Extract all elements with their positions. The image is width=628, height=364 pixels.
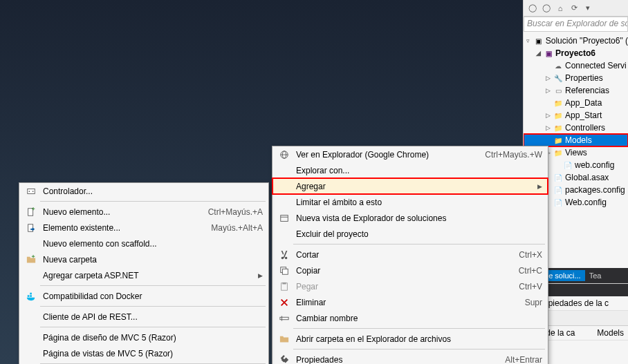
menu-item-label: Eliminar: [293, 298, 511, 307]
menu-item-agregar-carpeta-asp-net[interactable]: Agregar carpeta ASP.NET▶: [19, 267, 268, 283]
solution-search-input[interactable]: Buscar en Explorador de so: [524, 17, 628, 32]
menu-shortcut: Ctrl+X: [505, 250, 542, 260]
tree-solution-root[interactable]: ▿ ▣ Solución "Proyecto6" (: [524, 35, 628, 47]
docker-icon: [22, 291, 40, 301]
menu-item-label: Agregar carpeta ASP.NET: [40, 271, 256, 280]
menu-item-p-gina-de-vistas-de-mvc-5-razor[interactable]: Página de vistas de MVC 5 (Razor): [19, 345, 268, 361]
menu-item-abrir-carpeta-en-el-explorador-de-archivos[interactable]: Abrir carpeta en el Explorador de archiv…: [273, 331, 548, 347]
menu-item-ver-en-explorador-google-chrome[interactable]: Ver en Explorador (Google Chrome)Ctrl+Ma…: [273, 146, 548, 162]
menu-item-eliminar[interactable]: EliminarSupr: [273, 294, 548, 310]
tree-item-connected-servi[interactable]: ☁Connected Servi: [524, 59, 628, 72]
cloud-icon: ☁: [553, 60, 564, 71]
tree-item-label: Properties: [565, 73, 603, 83]
menu-item-limitar-el-mbito-a-esto[interactable]: Limitar el ámbito a esto: [273, 194, 548, 210]
tree-item-app-data[interactable]: 📁App_Data: [524, 97, 628, 109]
expander-icon[interactable]: ◢: [536, 50, 543, 57]
nav-back-icon[interactable]: ◯: [526, 2, 539, 15]
file-icon: 📄: [553, 172, 564, 183]
menu-shortcut: Ctrl+C: [505, 266, 542, 276]
svg-rect-9: [280, 317, 288, 320]
menu-item-label: Cortar: [293, 250, 505, 260]
expander-icon[interactable]: ▿: [526, 37, 533, 44]
nav-fwd-icon[interactable]: ◯: [540, 2, 553, 15]
cut-icon: [275, 250, 293, 260]
menu-item-nuevo-elemento[interactable]: Nuevo elemento...Ctrl+Mayús.+A: [19, 204, 268, 220]
menu-item-label: Página de diseño de MVC 5 (Razor): [40, 333, 263, 343]
menu-item-agregar[interactable]: Agregar▶: [273, 178, 548, 194]
tree-item-label: Web.config: [565, 198, 607, 207]
menu-item-excluir-del-proyecto[interactable]: Excluir del proyecto: [273, 226, 548, 242]
expander-icon[interactable]: ▷: [546, 75, 553, 82]
svg-rect-16: [28, 295, 30, 297]
tree-item-referencias[interactable]: ▷▭Referencias: [524, 84, 628, 97]
tree-item-label: Views: [565, 148, 587, 157]
tree-item-label: Models: [565, 135, 592, 145]
menu-item-label: Ver en Explorador (Google Chrome): [293, 150, 471, 160]
more-icon[interactable]: ▾: [582, 2, 594, 15]
menu-item-label: Agregar: [293, 182, 535, 191]
menu-item-label: Explorar con...: [293, 166, 542, 175]
menu-item-label: Pegar: [293, 282, 505, 291]
menu-item-p-gina-de-dise-o-de-mvc-5-razor[interactable]: Página de diseño de MVC 5 (Razor): [19, 329, 268, 345]
tree-item-label: App_Start: [565, 111, 602, 120]
folder-icon: 📁: [553, 147, 564, 158]
menu-item-label: Elemento existente...: [40, 223, 197, 233]
controller-icon: [22, 186, 40, 196]
paste-icon: [275, 282, 293, 291]
context-menu-main: Ver en Explorador (Google Chrome)Ctrl+Ma…: [272, 146, 548, 364]
property-value: Models: [597, 328, 624, 338]
svg-rect-11: [28, 189, 35, 193]
menu-separator: [293, 244, 545, 245]
svg-rect-14: [28, 208, 33, 215]
menu-item-label: Propiedades: [293, 355, 491, 365]
solution-toolbar: ◯ ◯ ⌂ ⟳ ▾: [524, 0, 628, 17]
menu-item-elemento-existente[interactable]: Elemento existente...Mayús.+Alt+A: [19, 220, 268, 236]
tree-item-app-start[interactable]: ▷📁App_Start: [524, 109, 628, 122]
tree-project[interactable]: ◢ ▣ Proyecto6: [524, 47, 628, 59]
tree-item-properties[interactable]: ▷🔧Properties: [524, 72, 628, 84]
sync-icon[interactable]: ⟳: [568, 2, 580, 15]
menu-item-cambiar-nombre[interactable]: Cambiar nombre: [273, 310, 548, 326]
newitem-icon: [22, 207, 40, 217]
menu-item-propiedades[interactable]: PropiedadesAlt+Entrar: [273, 352, 548, 364]
menu-item-label: Nuevo elemento...: [40, 207, 194, 217]
menu-separator: [40, 201, 266, 202]
tree-item-controllers[interactable]: ▷📁Controllers: [524, 122, 628, 134]
home-icon[interactable]: ⌂: [554, 2, 566, 15]
tree-item-label: App_Data: [565, 98, 602, 108]
rename-icon: [275, 314, 293, 323]
menu-item-controlador[interactable]: Controlador...: [19, 183, 268, 199]
folder-icon: 📁: [553, 97, 564, 108]
menu-item-nueva-carpeta[interactable]: Nueva carpeta: [19, 251, 268, 267]
menu-item-label: Controlador...: [40, 186, 263, 196]
menu-item-copiar[interactable]: CopiarCtrl+C: [273, 262, 548, 278]
menu-item-label: Excluir del proyecto: [293, 229, 542, 239]
file-icon: 📄: [562, 160, 573, 171]
menu-shortcut: Ctrl+Mayús.+A: [194, 207, 263, 217]
openfolder-icon: [275, 334, 293, 344]
svg-rect-3: [281, 215, 288, 221]
menu-item-explorar-con[interactable]: Explorar con...: [273, 162, 548, 178]
menu-item-cliente-de-api-de-rest[interactable]: Cliente de API de REST...: [19, 309, 268, 325]
menu-item-label: Nueva carpeta: [40, 255, 263, 265]
menu-item-cortar[interactable]: CortarCtrl+X: [273, 247, 548, 262]
expander-icon[interactable]: ▷: [546, 112, 553, 119]
menu-item-label: Nuevo elemento con scaffold...: [40, 239, 263, 249]
expander-icon[interactable]: ▷: [546, 87, 553, 94]
tab-team[interactable]: Tea: [585, 270, 606, 281]
menu-item-label: Cliente de API de REST...: [40, 312, 263, 322]
tree-label: Proyecto6: [555, 48, 595, 58]
menu-separator: [40, 306, 266, 307]
menu-item-compatibilidad-con-docker[interactable]: Compatibilidad con Docker: [19, 288, 268, 304]
menu-shortcut: Ctrl+Mayús.+W: [471, 150, 542, 160]
svg-rect-15: [28, 224, 33, 231]
svg-rect-8: [282, 282, 286, 284]
menu-item-nuevo-elemento-con-scaffold[interactable]: Nuevo elemento con scaffold...: [19, 236, 268, 251]
menu-item-nueva-vista-de-explorador-de-soluciones[interactable]: Nueva vista de Explorador de soluciones: [273, 210, 548, 226]
expander-icon[interactable]: ▷: [546, 124, 553, 131]
tree-item-label: packages.config: [565, 185, 625, 195]
tree-item-label: Connected Servi: [565, 61, 627, 70]
tree-item-label: Global.asax: [565, 173, 609, 182]
context-menu-agregar: Controlador...Nuevo elemento...Ctrl+Mayú…: [19, 182, 269, 364]
tree-item-models[interactable]: 📁Models: [524, 134, 628, 146]
